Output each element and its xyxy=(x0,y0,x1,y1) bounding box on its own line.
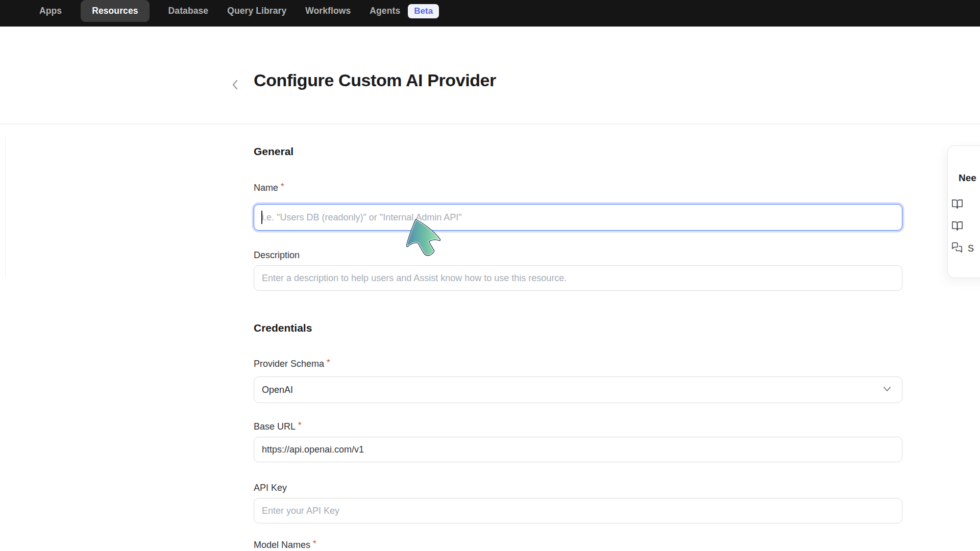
section-heading-general: General xyxy=(254,145,902,158)
help-panel: Nee xyxy=(947,145,980,278)
api-key-input[interactable] xyxy=(254,498,902,523)
base-url-input[interactable] xyxy=(254,437,902,462)
back-button[interactable] xyxy=(228,77,243,94)
top-nav: Apps Resources Database Query Library Wo… xyxy=(0,0,980,27)
left-panel-edge xyxy=(5,137,6,278)
help-link-guides[interactable] xyxy=(951,220,980,234)
book-open-icon xyxy=(951,220,963,234)
page-title: Configure Custom AI Provider xyxy=(254,70,496,90)
nav-item-workflows[interactable]: Workflows xyxy=(305,7,351,16)
beta-badge: Beta xyxy=(408,4,439,18)
required-asterisk: * xyxy=(313,539,316,549)
nav-item-apps[interactable]: Apps xyxy=(39,7,62,16)
book-open-icon xyxy=(951,198,963,212)
help-link-support[interactable]: S xyxy=(951,242,980,255)
section-heading-credentials: Credentials xyxy=(254,321,902,335)
provider-schema-value: OpenAI xyxy=(262,385,293,395)
chevron-down-icon xyxy=(881,383,893,396)
required-asterisk: * xyxy=(281,182,284,192)
chat-bubbles-icon xyxy=(951,242,963,255)
api-key-label: API Key xyxy=(254,482,902,494)
name-input[interactable] xyxy=(254,204,902,231)
name-label: Name* xyxy=(254,182,902,194)
nav-item-database[interactable]: Database xyxy=(168,7,209,16)
provider-schema-label: Provider Schema* xyxy=(254,358,902,370)
app-window: Apps Resources Database Query Library Wo… xyxy=(0,0,980,551)
provider-form: General Name* Description Credentials Pr… xyxy=(254,123,902,551)
chevron-left-icon xyxy=(230,78,241,93)
model-names-label: Model Names* xyxy=(254,539,902,551)
provider-schema-select[interactable]: OpenAI xyxy=(254,377,902,403)
help-link-docs[interactable] xyxy=(951,198,980,212)
required-asterisk: * xyxy=(298,420,302,431)
help-panel-title: Nee xyxy=(959,172,980,184)
base-url-label: Base URL* xyxy=(254,420,902,433)
nav-item-agents[interactable]: Agents xyxy=(370,7,400,16)
description-input[interactable] xyxy=(254,265,902,291)
text-caret xyxy=(261,211,262,224)
description-label: Description xyxy=(254,249,902,261)
nav-item-resources[interactable]: Resources xyxy=(81,0,149,22)
nav-item-query-library[interactable]: Query Library xyxy=(227,7,286,16)
required-asterisk: * xyxy=(327,358,330,368)
